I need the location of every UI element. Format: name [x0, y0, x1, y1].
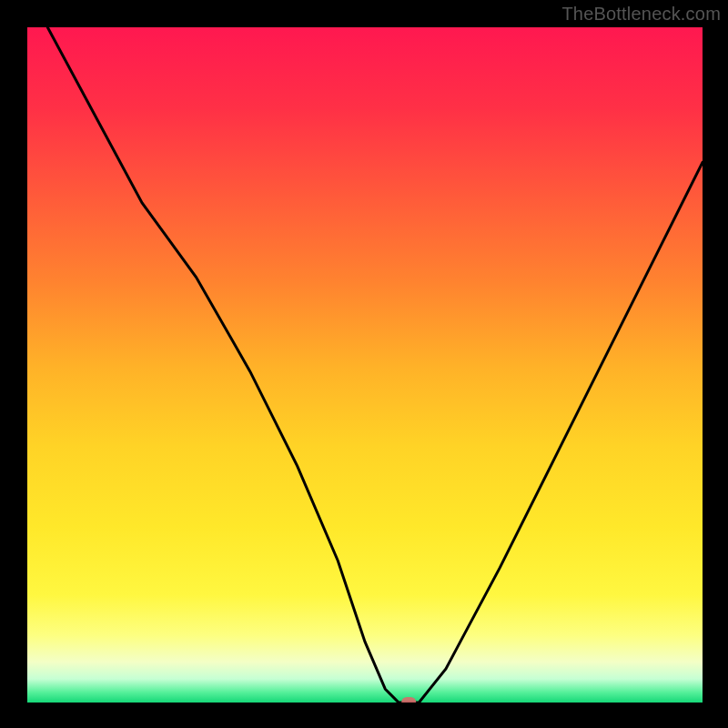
- watermark-text: TheBottleneck.com: [561, 4, 721, 25]
- plot-area: [27, 27, 703, 703]
- chart-frame: TheBottleneck.com: [0, 0, 728, 728]
- bottleneck-chart: [27, 27, 703, 703]
